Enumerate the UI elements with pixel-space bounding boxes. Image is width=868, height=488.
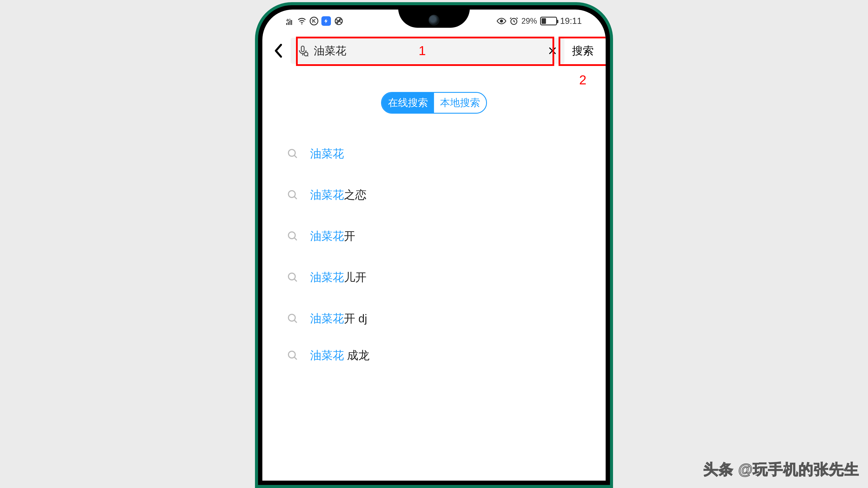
back-button[interactable]: [271, 43, 286, 58]
suggestion-text: 油菜花之恋: [310, 187, 367, 202]
svg-rect-1: [286, 23, 287, 25]
search-scope-segmented: 在线搜索 本地搜索: [381, 92, 487, 113]
side-button: [610, 159, 613, 216]
svg-point-15: [288, 314, 295, 321]
battery-icon: [540, 17, 557, 25]
signal-4g-icon: 4G: [286, 17, 294, 25]
svg-point-10: [304, 52, 308, 56]
tab-online-search[interactable]: 在线搜索: [382, 93, 434, 113]
k-badge-icon: K: [310, 17, 318, 25]
clear-input-button[interactable]: [547, 45, 558, 56]
side-button: [610, 229, 613, 285]
suggestion-text: 油菜花开 dj: [310, 311, 367, 326]
search-input[interactable]: [314, 44, 541, 57]
watermark: 头条 @玩手机的张先生: [703, 460, 859, 479]
suggestion-item[interactable]: 油菜花: [281, 133, 587, 174]
svg-rect-9: [302, 46, 304, 52]
svg-rect-2: [288, 22, 289, 25]
suggestion-item[interactable]: 油菜花之恋: [281, 174, 587, 216]
suggestion-text: 油菜花: [310, 146, 344, 161]
search-icon: [287, 313, 298, 324]
search-button[interactable]: 搜索: [569, 38, 597, 64]
svg-rect-3: [289, 21, 290, 25]
suggestion-item[interactable]: 油菜花 成龙: [281, 339, 587, 372]
search-icon: [287, 350, 298, 361]
time-label: 19:11: [560, 16, 582, 26]
eye-icon: [497, 17, 506, 25]
voice-search-icon[interactable]: [297, 45, 308, 56]
suggestion-text: 油菜花儿开: [310, 270, 367, 285]
svg-point-5: [302, 24, 303, 25]
svg-point-16: [288, 351, 295, 358]
aperture-icon: [334, 16, 343, 26]
suggestion-item[interactable]: 油菜花开 dj: [281, 298, 587, 339]
search-icon: [287, 231, 298, 241]
suggestion-item[interactable]: 油菜花儿开: [281, 257, 587, 298]
suggestion-text: 油菜花 成龙: [310, 348, 370, 363]
svg-rect-4: [291, 20, 292, 25]
battery-pct-label: 29%: [522, 17, 537, 26]
phone-notch: [398, 9, 470, 28]
svg-point-13: [288, 232, 295, 238]
svg-point-7: [500, 20, 503, 22]
search-icon: [287, 272, 298, 283]
search-icon: [287, 190, 298, 200]
svg-point-11: [288, 150, 295, 156]
phone-frame: 4G K 29%: [255, 2, 613, 488]
suggestion-text: 油菜花开: [310, 229, 355, 244]
suggestion-item[interactable]: 油菜花开: [281, 216, 587, 257]
bolt-badge-icon: [321, 16, 331, 26]
suggestion-list: 油菜花 油菜花之恋 油菜花开 油菜花儿开: [281, 133, 587, 372]
svg-point-12: [288, 191, 295, 197]
search-icon: [287, 148, 298, 159]
side-button: [610, 125, 613, 146]
phone-screen: 4G K 29%: [262, 9, 606, 481]
search-header: 搜索: [271, 38, 597, 64]
annotation-label-2: 2: [579, 72, 586, 88]
svg-point-14: [288, 273, 295, 280]
side-button: [610, 300, 613, 337]
search-box[interactable]: [290, 38, 564, 64]
alarm-icon: [509, 17, 519, 26]
wifi-icon: [297, 16, 307, 26]
tab-local-search[interactable]: 本地搜索: [434, 93, 486, 113]
